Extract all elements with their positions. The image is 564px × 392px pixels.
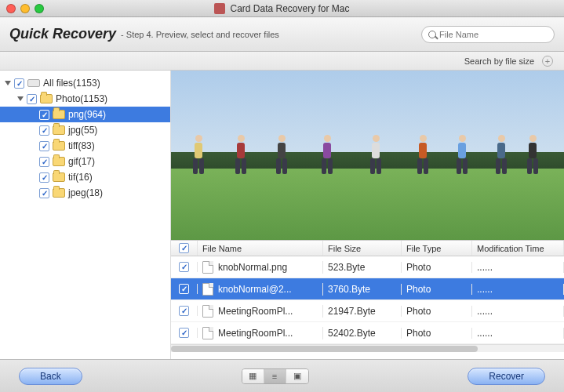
window-title: Card Data Recovery for Mac: [230, 3, 349, 14]
cell-type: Photo: [402, 284, 472, 295]
tree-item-png[interactable]: png(964): [0, 107, 170, 122]
checkbox[interactable]: [179, 284, 189, 294]
cell-name: knobNormal@2...: [198, 283, 323, 296]
cell-size: 52402.Byte: [323, 328, 402, 339]
cell-type: Photo: [402, 328, 472, 339]
checkbox[interactable]: [27, 94, 37, 104]
minimize-icon[interactable]: [20, 4, 30, 13]
search-icon: [428, 31, 436, 38]
checkbox[interactable]: [14, 78, 24, 89]
cell-name: MeetingRoomPl...: [198, 305, 323, 318]
recover-button[interactable]: Recover: [468, 368, 545, 385]
col-mtime[interactable]: Modification Time: [472, 241, 564, 256]
tree-label: gif(17): [68, 156, 95, 167]
table-row[interactable]: MeetingRoomPl...21947.BytePhoto......: [171, 300, 564, 322]
folder-icon: [53, 172, 65, 182]
zoom-icon[interactable]: [35, 4, 44, 13]
file-icon: [202, 327, 213, 339]
close-icon[interactable]: [6, 4, 16, 13]
header: Quick Recovery - Step 4. Preview, select…: [0, 17, 564, 52]
tree-label: jpg(55): [68, 125, 97, 136]
cell-size: 21947.Byte: [323, 306, 402, 317]
disclosure-icon[interactable]: [17, 96, 24, 101]
cell-mtime: ......: [472, 306, 564, 317]
drive-icon: [27, 79, 40, 87]
folder-icon: [53, 141, 65, 151]
search-field[interactable]: [421, 26, 555, 43]
tree-item-tiff[interactable]: tiff(83): [0, 138, 170, 154]
filter-bar: Search by file size +: [0, 52, 564, 71]
col-size[interactable]: File Size: [323, 241, 402, 256]
cell-type: Photo: [402, 306, 472, 317]
col-type[interactable]: File Type: [402, 241, 472, 256]
page-title: Quick Recovery: [9, 26, 116, 42]
tree-label: tiff(83): [68, 140, 95, 151]
grid-view-icon[interactable]: ▦: [242, 369, 264, 383]
folder-icon: [53, 188, 65, 198]
view-mode-segment[interactable]: ▦ ≡ ▣: [242, 368, 309, 384]
filter-label[interactable]: Search by file size: [464, 56, 534, 66]
tree-label: Photo(1153): [56, 93, 107, 104]
table-body: knobNormal.png523.BytePhoto......knobNor…: [171, 256, 564, 344]
tree-item-jpg[interactable]: jpg(55): [0, 122, 170, 138]
col-name[interactable]: File Name: [198, 241, 323, 256]
tree-item-tif[interactable]: tif(16): [0, 169, 170, 185]
folder-icon: [53, 157, 65, 166]
checkbox[interactable]: [39, 157, 49, 167]
table-header: File Name File Size File Type Modificati…: [171, 241, 564, 256]
tree-label: jpeg(18): [68, 187, 103, 198]
page-subtitle: - Step 4. Preview, select and recover fi…: [121, 30, 279, 39]
checkbox[interactable]: [179, 243, 189, 253]
cell-name: MeetingRoomPl...: [198, 327, 323, 339]
folder-icon: [53, 110, 65, 119]
cell-mtime: ......: [472, 284, 564, 295]
file-table: File Name File Size File Type Modificati…: [171, 240, 564, 359]
window-controls: [6, 4, 44, 13]
cell-mtime: ......: [472, 262, 564, 273]
cell-type: Photo: [402, 262, 472, 273]
checkbox[interactable]: [39, 110, 49, 120]
horizontal-scrollbar[interactable]: [171, 344, 564, 352]
table-row[interactable]: MeetingRoomPl...52402.BytePhoto......: [171, 322, 564, 344]
tree-item-jpeg[interactable]: jpeg(18): [0, 185, 170, 201]
tree-label: All files(1153): [43, 78, 100, 89]
tree-photo[interactable]: Photo(1153): [0, 91, 170, 107]
checkbox[interactable]: [39, 125, 49, 136]
file-icon: [202, 283, 213, 296]
back-button[interactable]: Back: [19, 368, 82, 385]
cell-name: knobNormal.png: [198, 261, 323, 274]
search-input[interactable]: [439, 30, 548, 39]
col-check[interactable]: [171, 241, 198, 256]
folder-icon: [53, 125, 65, 135]
scrollbar-thumb[interactable]: [171, 346, 478, 352]
checkbox[interactable]: [39, 188, 49, 198]
sidebar: All files(1153) Photo(1153) png(964) jpg…: [0, 71, 171, 359]
cell-size: 523.Byte: [323, 262, 402, 273]
image-preview: [171, 71, 564, 240]
add-filter-icon[interactable]: +: [542, 56, 553, 67]
table-row[interactable]: knobNormal.png523.BytePhoto......: [171, 256, 564, 278]
checkbox[interactable]: [179, 262, 189, 272]
disclosure-icon[interactable]: [5, 81, 11, 85]
checkbox[interactable]: [179, 328, 189, 338]
file-icon: [202, 261, 213, 274]
cell-mtime: ......: [472, 328, 564, 339]
checkbox[interactable]: [39, 172, 49, 183]
table-row[interactable]: knobNormal@2...3760.BytePhoto......: [171, 278, 564, 300]
footer: Back ▦ ≡ ▣ Recover: [0, 359, 564, 392]
checkbox[interactable]: [39, 141, 49, 151]
list-view-icon[interactable]: ≡: [264, 369, 286, 383]
tree-label: tif(16): [68, 172, 93, 183]
coverflow-view-icon[interactable]: ▣: [286, 369, 308, 383]
checkbox[interactable]: [179, 306, 189, 316]
tree-root[interactable]: All files(1153): [0, 75, 170, 91]
app-icon: [214, 3, 225, 14]
tree-label: png(964): [68, 109, 106, 120]
folder-icon: [40, 94, 53, 103]
cell-size: 3760.Byte: [323, 284, 402, 295]
titlebar: Card Data Recovery for Mac: [0, 0, 564, 17]
file-icon: [202, 305, 213, 318]
tree-item-gif[interactable]: gif(17): [0, 154, 170, 169]
content: File Name File Size File Type Modificati…: [171, 71, 564, 359]
